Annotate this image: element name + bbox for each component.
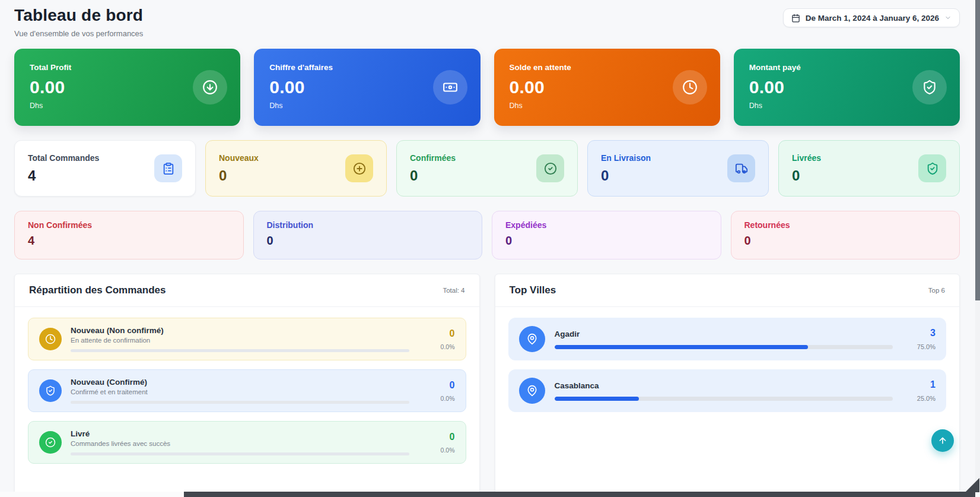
order-status-count: 0 [418,432,455,442]
kpi-card-row: Total Profit 0.00 Dhs Chiffre d'affaires… [14,49,960,126]
kpi-card-chiffre-affaires: Chiffre d'affaires 0.00 Dhs [254,49,480,126]
kpi-title: Montant payé [749,63,944,72]
status-card-distribution: Distribution 0 [253,211,483,259]
order-status-stats: 0 0.0% [418,432,455,454]
kpi-card-total-profit: Total Profit 0.00 Dhs [14,49,240,126]
progress-fill [555,345,809,349]
status-card-label: Nouveaux [219,153,259,163]
panel-title: Top Villes [510,284,556,296]
status-card-value: 4 [28,167,99,184]
check-circle-icon [536,154,564,182]
kpi-title: Solde en attente [510,63,705,72]
status-card-label: Total Commandes [28,153,99,163]
kpi-title: Chiffre d'affaires [269,63,464,72]
calendar-icon [791,14,800,23]
city-row-casablanca: Casablanca 1 25.0% [508,369,947,412]
status-card-text: Total Commandes 4 [28,153,99,184]
city-name: Agadir [555,330,893,338]
scroll-to-top-button[interactable] [931,429,954,452]
status-card-expediees: Expédiées 0 [492,211,721,259]
progress-track [555,345,893,349]
city-stats: 3 75.0% [902,328,936,350]
kpi-title: Total Profit [30,63,225,72]
status-card-label: Distribution [267,220,469,230]
order-status-row-nouveau-non-confirme: Nouveau (Non confirmé) En attente de con… [28,318,466,360]
status-card-label: Expédiées [505,220,708,230]
status-card-value: 0 [505,234,708,248]
clipboard-icon [154,154,182,182]
status-card-text: En Livraison 0 [601,153,651,184]
order-status-title: Nouveau (Non confirmé) [71,326,409,335]
status-card-row: Total Commandes 4 Nouveaux 0 Confirmées … [14,140,960,197]
plus-circle-icon [345,154,373,182]
order-status-percent: 0.0% [418,343,455,350]
arrow-down-circle-icon [193,70,227,105]
truck-icon [727,154,755,182]
status-card-label: Retournées [744,220,947,230]
shield-check-icon [912,70,947,105]
city-count: 1 [902,379,936,390]
city-percent: 75.0% [902,343,936,350]
city-text: Agadir [555,330,893,349]
order-status-text: Livré Commandes livrées avec succès [71,429,409,455]
horizontal-scrollbar-thumb[interactable] [184,492,975,497]
status-card-livrees: Livrées 0 [778,140,960,197]
order-status-text: Nouveau (Non confirmé) En attente de con… [71,326,409,352]
panel-title: Répartition des Commandes [29,284,166,296]
order-status-subtitle: Commandes livrées avec succès [71,440,409,447]
progress-track [71,401,409,404]
city-text: Casablanca [555,381,893,401]
chevron-down-icon [944,14,952,21]
order-status-subtitle: En attente de confirmation [71,337,409,344]
city-stats: 1 25.0% [902,379,936,402]
vertical-scrollbar-thumb[interactable] [975,0,980,300]
status-card-retournees: Retournées 0 [731,211,960,259]
arrow-up-icon [938,436,947,445]
order-status-count: 0 [418,328,455,339]
kpi-unit: Dhs [510,102,705,110]
order-status-stats: 0 0.0% [418,328,455,350]
page-header: Tableau de bord Vue d'ensemble de vos pe… [14,6,960,38]
bottom-panels: Répartition des Commandes Total: 4 Nouve… [14,274,960,497]
scrollbar-corner-handle [965,478,979,492]
panel-meta-total: Total: 4 [443,287,464,294]
kpi-unit: Dhs [269,102,464,110]
panel-meta-top: Top 6 [928,287,945,294]
vertical-scrollbar[interactable] [975,0,980,497]
city-row-agadir: Agadir 3 75.0% [508,318,947,360]
status-card-value: 0 [219,167,259,184]
dashboard-page: Tableau de bord Vue d'ensemble de vos pe… [0,0,980,497]
status-card-value: 0 [601,167,651,184]
status-card-label: Livrées [792,153,821,163]
city-name: Casablanca [555,381,893,390]
order-status-text: Nouveau (Confirmé) Confirmé et en traite… [71,378,409,404]
status-card-total-commandes: Total Commandes 4 [14,140,196,197]
progress-track [71,452,409,455]
order-status-row-nouveau-confirme: Nouveau (Confirmé) Confirmé et en traite… [28,369,466,412]
order-status-title: Nouveau (Confirmé) [71,378,409,387]
map-pin-icon [519,378,545,404]
map-pin-icon [519,326,545,352]
kpi-unit: Dhs [30,102,225,110]
status-card-text: Nouveaux 0 [219,153,259,184]
status-card-text: Livrées 0 [792,153,821,184]
kpi-unit: Dhs [749,102,944,110]
status-card-confirmees: Confirmées 0 [396,140,578,197]
status-card-value: 0 [410,167,456,184]
status-card-nouveaux: Nouveaux 0 [205,140,387,197]
orders-list: Nouveau (Non confirmé) En attente de con… [15,307,479,483]
horizontal-scrollbar[interactable] [0,492,980,497]
panel-header: Répartition des Commandes Total: 4 [15,274,479,307]
clock-icon [39,328,62,350]
status-card-non-confirmees: Non Confirmées 4 [14,211,244,259]
date-range-button[interactable]: De March 1, 2024 à January 6, 2026 [783,8,960,27]
order-status-percent: 0.0% [418,447,455,454]
city-percent: 25.0% [902,395,936,402]
order-status-stats: 0 0.0% [418,380,455,402]
progress-track [71,349,409,352]
status-card-label: Confirmées [410,153,456,163]
order-status-subtitle: Confirmé et en traitement [71,388,409,395]
date-range-label: De March 1, 2024 à January 6, 2026 [806,14,939,23]
kpi-card-solde-en-attente: Solde en attente 0.00 Dhs [494,49,720,126]
orders-distribution-panel: Répartition des Commandes Total: 4 Nouve… [14,274,480,497]
